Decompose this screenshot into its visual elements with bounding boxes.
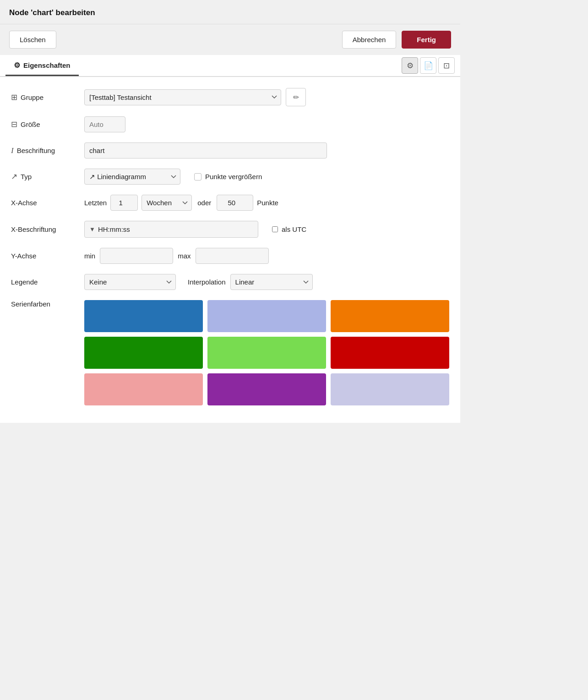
- color-swatch-4[interactable]: [207, 337, 326, 369]
- tab-gear-button[interactable]: ⚙: [402, 57, 418, 74]
- punkte-vergroessern-group: Punkte vergrößern: [194, 173, 262, 180]
- tab-actions: ⚙ 📄 ⊡: [402, 57, 455, 74]
- delete-button[interactable]: Löschen: [9, 31, 56, 49]
- gruppe-edit-button[interactable]: ✏: [286, 88, 306, 106]
- beschriftung-row: I Beschriftung: [11, 142, 449, 159]
- xbeschriftung-select[interactable]: ▼ HH:mm:ss: [84, 221, 258, 238]
- color-swatch-5[interactable]: [331, 337, 449, 369]
- color-swatch-0[interactable]: [84, 300, 203, 332]
- done-button[interactable]: Fertig: [402, 31, 451, 49]
- min-label: min: [84, 252, 95, 260]
- xbeschriftung-label: X-Beschriftung: [11, 225, 84, 233]
- typ-content: ↗ Liniendiagramm Balkendiagramm Kuchendi…: [84, 169, 449, 185]
- groesse-row: ⊟ Größe: [11, 116, 449, 132]
- utc-checkbox[interactable]: [272, 226, 278, 232]
- yachse-content: min max: [84, 248, 449, 264]
- legende-label: Legende: [11, 278, 84, 286]
- toolbar: Löschen Abbrechen Fertig: [0, 24, 460, 55]
- yachse-label: Y-Achse: [11, 252, 84, 260]
- serienfarben-label: Serienfarben: [11, 300, 84, 308]
- color-swatch-8[interactable]: [331, 373, 449, 405]
- punkte-label: Punkte: [257, 199, 278, 207]
- groesse-input[interactable]: [84, 116, 125, 132]
- page-title: Node 'chart' bearbeiten: [9, 8, 451, 17]
- beschriftung-content: [84, 142, 449, 159]
- page-header: Node 'chart' bearbeiten: [0, 0, 460, 24]
- gruppe-select[interactable]: [Testtab] Testansicht: [84, 89, 281, 105]
- xbesch-arrow-icon: ▼: [89, 226, 95, 233]
- gruppe-icon: ⊞: [11, 93, 17, 102]
- typ-icon: ↗: [11, 172, 17, 181]
- legende-row: Legende Keine Oben Unten Links Rechts In…: [11, 274, 449, 290]
- gruppe-content: [Testtab] Testansicht ✏: [84, 88, 449, 106]
- typ-label: ↗ Typ: [11, 172, 84, 181]
- yachse-row: Y-Achse min max: [11, 248, 449, 264]
- legende-content: Keine Oben Unten Links Rechts Interpolat…: [84, 274, 449, 290]
- xachse-row: X-Achse Letzten Wochen Minuten Stunden T…: [11, 195, 449, 211]
- typ-select[interactable]: ↗ Liniendiagramm Balkendiagramm Kuchendi…: [84, 169, 180, 185]
- utc-label: als UTC: [282, 225, 306, 233]
- interpolation-select[interactable]: Linear Stufenweise Kurve: [230, 274, 313, 290]
- letzten-input[interactable]: [110, 195, 138, 211]
- color-swatch-2[interactable]: [331, 300, 449, 332]
- tabs-bar: ⚙ Eigenschaften ⚙ 📄 ⊡: [0, 55, 460, 77]
- xbeschriftung-row: X-Beschriftung ▼ HH:mm:ss als UTC: [11, 221, 449, 238]
- beschriftung-icon: I: [11, 146, 14, 155]
- tab-doc-button[interactable]: 📄: [420, 57, 436, 74]
- interpolation-label: Interpolation: [188, 278, 226, 286]
- cancel-button[interactable]: Abbrechen: [342, 31, 397, 49]
- punkte-input[interactable]: [217, 195, 253, 211]
- wochen-select[interactable]: Wochen Minuten Stunden Tage Monate: [142, 195, 192, 211]
- serienfarben-row: Serienfarben: [11, 300, 449, 405]
- colors-grid: [84, 300, 449, 405]
- properties-panel: ⊞ Gruppe [Testtab] Testansicht ✏ ⊟ Größe…: [0, 77, 460, 423]
- gruppe-row: ⊞ Gruppe [Testtab] Testansicht ✏: [11, 88, 449, 106]
- xbeschriftung-content: ▼ HH:mm:ss als UTC: [84, 221, 449, 238]
- xbesch-value: HH:mm:ss: [98, 221, 253, 237]
- max-label: max: [178, 252, 191, 260]
- typ-row: ↗ Typ ↗ Liniendiagramm Balkendiagramm Ku…: [11, 169, 449, 185]
- tab-properties[interactable]: ⚙ Eigenschaften: [5, 55, 79, 76]
- color-swatch-6[interactable]: [84, 373, 203, 405]
- xachse-content: Letzten Wochen Minuten Stunden Tage Mona…: [84, 195, 449, 211]
- gruppe-label: ⊞ Gruppe: [11, 93, 84, 102]
- beschriftung-input[interactable]: [84, 142, 327, 159]
- groesse-label: ⊟ Größe: [11, 120, 84, 129]
- serienfarben-content: [84, 300, 449, 405]
- gear-icon: ⚙: [14, 61, 20, 70]
- oder-label: oder: [197, 199, 211, 207]
- letzten-label: Letzten: [84, 199, 107, 207]
- groesse-content: [84, 116, 449, 132]
- legende-select[interactable]: Keine Oben Unten Links Rechts: [84, 274, 176, 290]
- yachse-max-input[interactable]: [196, 248, 269, 264]
- color-swatch-3[interactable]: [84, 337, 203, 369]
- punkte-vergroessern-checkbox[interactable]: [194, 173, 201, 180]
- tab-layout-button[interactable]: ⊡: [438, 57, 455, 74]
- groesse-icon: ⊟: [11, 120, 17, 129]
- yachse-min-input[interactable]: [100, 248, 173, 264]
- beschriftung-label: I Beschriftung: [11, 146, 84, 155]
- xachse-label: X-Achse: [11, 199, 84, 207]
- color-swatch-7[interactable]: [207, 373, 326, 405]
- punkte-vergroessern-label: Punkte vergrößern: [205, 173, 262, 180]
- color-swatch-1[interactable]: [207, 300, 326, 332]
- tab-properties-label: Eigenschaften: [23, 61, 71, 69]
- utc-group: als UTC: [272, 225, 306, 233]
